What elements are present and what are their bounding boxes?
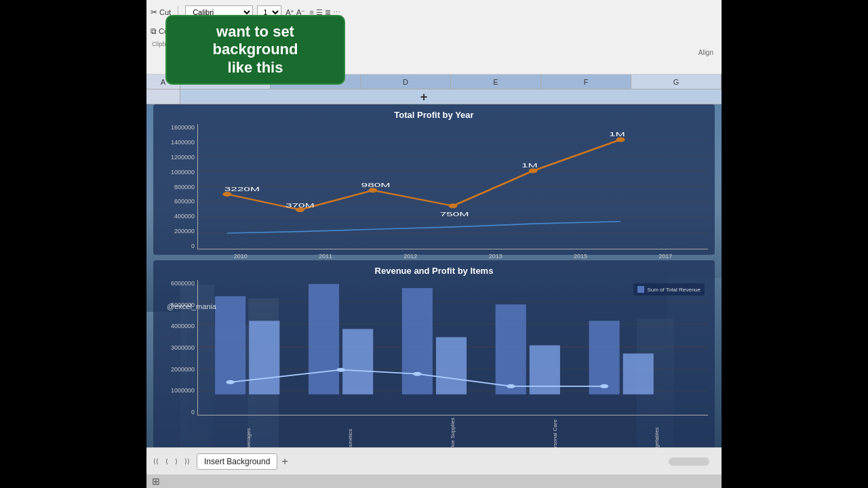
watermark: @excel_mania — [167, 302, 216, 310]
svg-text:750M: 750M — [440, 211, 469, 218]
x-label-2011: 2011 — [319, 253, 332, 260]
legend-label-revenue: Sum of Total Revenue — [647, 287, 701, 293]
nav-prev-btn[interactable]: ⟨ — [163, 456, 171, 466]
active-cell[interactable]: + — [180, 89, 722, 104]
svg-rect-30 — [496, 304, 526, 394]
status-bar — [295, 458, 722, 466]
charts-area: Total Profit by Year 1600000 1400000 120… — [146, 104, 722, 420]
x-label-2013: 2013 — [489, 253, 502, 260]
x-label-2015: 2015 — [574, 253, 587, 260]
bar-chart-svg — [198, 280, 708, 415]
bar-chart-area: Sum of Total Revenue — [197, 280, 708, 415]
svg-point-14 — [296, 207, 304, 212]
scissors-icon: ✂ — [151, 7, 157, 17]
svg-rect-27 — [342, 329, 373, 394]
svg-point-35 — [336, 368, 345, 372]
svg-rect-32 — [589, 321, 620, 394]
tooltip-bubble: want to set background like this — [165, 15, 345, 85]
chart-2-legend: Sum of Total Revenue — [633, 283, 705, 296]
x-label-personal: Personal Care — [552, 417, 558, 447]
col-header-g[interactable]: G — [631, 75, 722, 89]
svg-rect-28 — [402, 288, 433, 394]
chart-panel-2: Revenue and Profit by Items 6000000 5000… — [153, 260, 715, 447]
legend-color-revenue — [637, 286, 644, 293]
sheet-tabs: ⟨⟨ ⟨ ⟩ ⟩⟩ Insert Background + — [146, 453, 295, 470]
bar-chart: 6000000 5000000 4000000 3000000 2000000 … — [160, 280, 708, 415]
svg-rect-29 — [436, 337, 467, 394]
chart-1-title: Total Profit by Year — [160, 110, 708, 120]
copy-icon: ⧉ — [151, 26, 157, 36]
col-header-f[interactable]: F — [541, 75, 631, 89]
svg-point-36 — [413, 372, 422, 376]
svg-point-37 — [507, 384, 515, 388]
svg-point-13 — [223, 192, 232, 197]
chart-panel-1: Total Profit by Year 1600000 1400000 120… — [153, 104, 715, 255]
svg-point-17 — [529, 169, 538, 174]
chart-1-svg: 3220M 370M 980M 750M 1M 1M — [198, 124, 708, 249]
formula-row: + — [146, 89, 722, 104]
svg-text:3220M: 3220M — [224, 186, 260, 192]
col-header-e[interactable]: E — [451, 75, 541, 89]
nav-last-btn[interactable]: ⟩⟩ — [182, 456, 193, 466]
svg-point-15 — [368, 188, 377, 192]
insert-background-tab[interactable]: Insert Background — [197, 453, 277, 470]
x-label-beverages: Beverages — [245, 417, 252, 447]
svg-rect-26 — [309, 284, 339, 394]
add-sheet-button[interactable]: + — [279, 455, 290, 468]
x-label-vegetables: Vegetables — [654, 417, 660, 447]
col-header-d[interactable]: D — [361, 75, 451, 89]
legend-item-revenue: Sum of Total Revenue — [637, 286, 701, 293]
horizontal-scrollbar[interactable] — [669, 458, 709, 466]
nav-next-btn[interactable]: ⟩ — [172, 456, 180, 466]
cursor-plus-icon: + — [420, 89, 428, 104]
chart-1-y-axis: 1600000 1400000 1200000 1000000 800000 6… — [160, 124, 197, 249]
chart-1-area: 3220M 370M 980M 750M 1M 1M — [197, 124, 708, 249]
status-icon: ⊞ — [152, 476, 160, 487]
align-section-label: Align — [698, 49, 713, 56]
chart-2-y-axis: 6000000 5000000 4000000 3000000 2000000 … — [160, 280, 197, 415]
line-chart: 1600000 1400000 1200000 1000000 800000 6… — [160, 124, 708, 249]
svg-rect-24 — [215, 296, 245, 394]
x-label-2010: 2010 — [234, 253, 248, 260]
x-label-cosmetics: Cosmetics — [347, 417, 353, 447]
svg-point-16 — [449, 203, 458, 208]
x-label-2012: 2012 — [403, 253, 417, 260]
svg-rect-33 — [623, 354, 654, 394]
svg-point-18 — [616, 138, 625, 142]
ribbon: ✂ Cut Calibri 11 A⁺ A⁻ ≡ ☰ ≣ ⋯ ⧉ Copy ▾ — [146, 0, 722, 75]
svg-point-38 — [600, 384, 609, 388]
svg-text:1M: 1M — [609, 131, 625, 138]
nav-first-btn[interactable]: ⟨⟨ — [151, 456, 161, 466]
svg-rect-31 — [530, 345, 560, 394]
chart-2-title: Revenue and Profit by Items — [160, 266, 708, 276]
x-label-2017: 2017 — [658, 253, 672, 260]
svg-text:1M: 1M — [521, 162, 538, 169]
x-label-office: Office Supplies — [450, 417, 456, 447]
svg-point-34 — [226, 380, 235, 384]
row-number-cell — [146, 89, 180, 104]
status-bottom: ⊞ — [146, 474, 722, 488]
tooltip-text: want to set background like this — [180, 23, 330, 77]
svg-rect-25 — [249, 321, 279, 394]
bar-x-labels: Beverages Cosmetics Office Supplies Pers… — [160, 415, 708, 447]
bottom-bar: ⟨⟨ ⟨ ⟩ ⟩⟩ Insert Background + — [146, 447, 722, 474]
main-content: Total Profit by Year 1600000 1400000 120… — [146, 104, 722, 447]
svg-text:980M: 980M — [361, 182, 391, 188]
